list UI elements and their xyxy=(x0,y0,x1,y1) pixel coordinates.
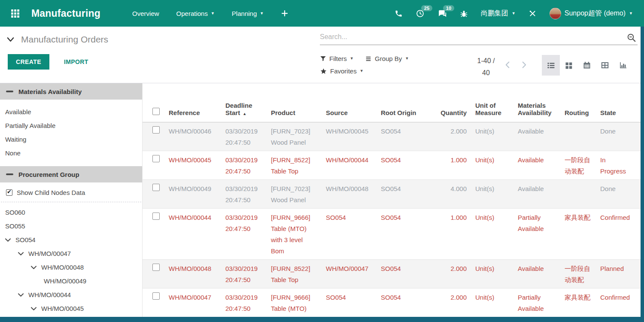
cell-uom: Unit(s) xyxy=(473,259,515,288)
filter-item[interactable]: None xyxy=(0,146,142,160)
tools-icon[interactable] xyxy=(529,9,537,18)
tree-item-label: SO055 xyxy=(5,219,25,233)
tree-item[interactable]: WH/MO/00045 xyxy=(0,302,142,316)
cell-deadline: 03/30/2019 20:47:50 xyxy=(223,259,268,288)
column-header[interactable]: Source xyxy=(323,83,378,122)
filter-item[interactable]: Partially Available xyxy=(0,119,142,133)
cell-state: Done xyxy=(598,179,641,208)
cell-routing xyxy=(562,122,598,151)
kanban-view-button[interactable] xyxy=(560,55,578,76)
pager-previous-button[interactable] xyxy=(503,60,513,71)
filters-dropdown[interactable]: Filters ▼ xyxy=(320,55,354,62)
column-header[interactable]: Deadline Start▲ xyxy=(223,83,268,122)
cell-deadline: 03/30/2019 20:47:50 xyxy=(223,288,268,317)
messages-icon[interactable]: 10 xyxy=(437,9,447,18)
control-panel: Manufacturing Orders CREATE IMPORT Filte… xyxy=(0,27,641,83)
cell-deadline: 03/30/2019 20:47:50 xyxy=(223,122,268,151)
cell-product: [FURN_7023] Wood Panel xyxy=(268,122,323,151)
row-checkbox[interactable] xyxy=(152,126,160,134)
cell-state: Done xyxy=(598,122,641,151)
tree-item[interactable]: SO060 xyxy=(0,206,142,219)
search-icon[interactable] xyxy=(626,33,637,45)
table-row[interactable]: WH/MO/0004803/30/2019 20:47:50[FURN_8522… xyxy=(143,259,641,288)
table-row[interactable]: WH/MO/0004403/30/2019 20:47:50[FURN_9666… xyxy=(143,208,641,259)
group-by-dropdown[interactable]: Group By ▼ xyxy=(365,55,409,62)
sort-asc-icon: ▲ xyxy=(243,112,246,116)
chevron-down-icon[interactable] xyxy=(18,252,28,256)
user-menu[interactable]: Sunpop超管 (demo) ▼ xyxy=(550,8,633,19)
chevron-down-icon[interactable] xyxy=(5,238,15,242)
tree-item[interactable]: WH/MO/00047 xyxy=(0,247,142,261)
table-row[interactable]: WH/MO/0004603/30/2019 20:47:50[FURN_7023… xyxy=(143,122,641,151)
cell-source: SO054 xyxy=(323,288,378,317)
filter-item[interactable]: Available xyxy=(0,105,142,119)
search-input[interactable] xyxy=(320,32,616,41)
section-title: Procurement Group xyxy=(18,171,79,178)
menu-overview[interactable]: Overview xyxy=(132,10,159,17)
column-header[interactable]: Root Origin xyxy=(378,83,434,122)
menu-operations[interactable]: Operations ▼ xyxy=(176,10,215,17)
column-header[interactable]: Routing xyxy=(562,83,598,122)
column-header[interactable]: Product xyxy=(268,83,323,122)
select-all-checkbox[interactable] xyxy=(152,108,160,115)
pager-next-button[interactable] xyxy=(519,60,529,71)
table-row[interactable]: WH/MO/0004703/30/2019 20:47:50[FURN_9666… xyxy=(143,288,641,317)
table-row[interactable]: WH/MO/0004903/30/2019 20:47:50[FURN_7023… xyxy=(143,179,641,208)
row-checkbox[interactable] xyxy=(152,292,160,300)
chevron-down-icon[interactable] xyxy=(31,307,41,311)
tree-item[interactable]: SO055 xyxy=(0,219,142,233)
tree-item[interactable]: SO054 xyxy=(0,233,142,247)
cell-source: WH/MO/00044 xyxy=(323,151,378,179)
favorites-dropdown[interactable]: Favorites ▼ xyxy=(320,67,364,75)
tree-item[interactable]: WH/MO/00048 xyxy=(0,261,142,274)
procurement-tree: SO060SO055SO054WH/MO/00047WH/MO/00048WH/… xyxy=(0,202,142,316)
row-checkbox[interactable] xyxy=(152,213,160,220)
create-button[interactable]: CREATE xyxy=(8,54,49,70)
section-procurement-group[interactable]: Procurement Group xyxy=(0,166,142,182)
cell-root_origin: SO054 xyxy=(378,151,434,179)
tree-item-label: WH/MO/00048 xyxy=(41,261,84,274)
row-select-cell xyxy=(143,259,166,288)
graph-view-button[interactable] xyxy=(614,55,632,76)
tree-item[interactable]: WH/MO/00049 xyxy=(0,274,142,288)
funnel-icon xyxy=(320,55,326,62)
apps-grid-icon[interactable] xyxy=(11,9,19,18)
pivot-view-button[interactable] xyxy=(596,55,614,76)
column-header[interactable]: State xyxy=(598,83,641,122)
import-button[interactable]: IMPORT xyxy=(64,58,88,65)
horizontal-scrollbar[interactable] xyxy=(0,317,644,322)
show-child-nodes-checkbox[interactable] xyxy=(6,189,12,196)
bug-icon[interactable] xyxy=(460,9,468,18)
cell-root_origin: SO054 xyxy=(378,288,434,317)
table-header-row: ReferenceDeadline Start▲ProductSourceRoo… xyxy=(143,83,641,122)
activities-clock-icon[interactable]: 25 xyxy=(416,9,425,18)
vertical-scrollbar[interactable] xyxy=(641,27,644,317)
filter-item[interactable]: Waiting xyxy=(0,133,142,146)
row-checkbox[interactable] xyxy=(152,264,160,271)
row-checkbox[interactable] xyxy=(152,155,160,162)
chevron-down-icon[interactable] xyxy=(18,293,28,297)
calendar-view-button[interactable] xyxy=(578,55,596,76)
chevron-down-icon[interactable] xyxy=(31,266,41,270)
column-header-label: Product xyxy=(271,109,295,116)
section-materials-availability[interactable]: Materials Availability xyxy=(0,83,142,100)
column-header[interactable]: Materials Availability xyxy=(515,83,562,122)
cell-routing: 一阶段自 动装配 xyxy=(562,151,598,179)
column-header[interactable]: Unit of Measure xyxy=(473,83,515,122)
column-header[interactable]: Quantity xyxy=(434,83,473,122)
cell-quantity: 4.000 xyxy=(434,179,473,208)
table-row[interactable]: WH/MO/0004503/30/2019 20:47:50[FURN_8522… xyxy=(143,151,641,179)
company-switcher[interactable]: 尚鹏集团 ▼ xyxy=(481,9,516,18)
select-all-header[interactable] xyxy=(143,83,166,122)
tree-item[interactable]: WH/MO/00044 xyxy=(0,288,142,302)
phone-icon[interactable] xyxy=(395,9,403,18)
add-menu-button[interactable] xyxy=(281,9,289,17)
cell-routing: 一阶段自 动装配 xyxy=(562,259,598,288)
menu-planning[interactable]: Planning ▼ xyxy=(232,10,264,17)
app-title[interactable]: Manufacturing xyxy=(31,8,100,19)
list-view-button[interactable] xyxy=(542,55,560,76)
column-header[interactable]: Reference xyxy=(166,83,223,122)
row-checkbox[interactable] xyxy=(152,184,160,191)
chevron-down-icon[interactable] xyxy=(7,37,14,42)
top-navbar: Manufacturing Overview Operations ▼ Plan… xyxy=(0,0,644,27)
